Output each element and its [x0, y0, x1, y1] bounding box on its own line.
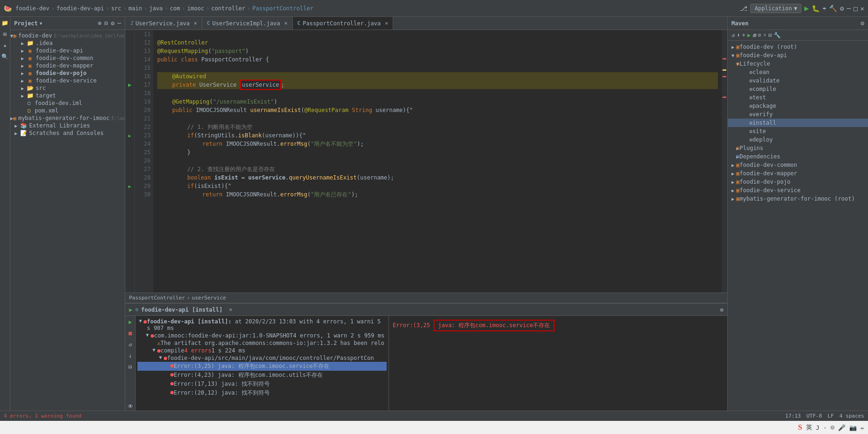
- tree-item-iml[interactable]: 🗋 foodie-dev.iml: [10, 99, 125, 107]
- tree-item-scratches[interactable]: ▶ 📝 Scratches and Consoles: [10, 129, 125, 137]
- toggle-icon[interactable]: ▼: [137, 318, 144, 323]
- tree-item-src[interactable]: ▶ 📂 src: [10, 84, 125, 92]
- maven-verify[interactable]: ⚙ verify: [728, 110, 868, 119]
- toggle-icon[interactable]: ▶: [19, 56, 26, 61]
- indent-indicator[interactable]: 4 spaces: [839, 413, 864, 419]
- run-button[interactable]: ▶: [804, 4, 809, 13]
- toggle-icon[interactable]: ▶: [12, 123, 20, 128]
- maven-foodie-dev-api[interactable]: ▼ ▣ foodie-dev-api: [728, 51, 868, 60]
- ime-draw[interactable]: ✏: [860, 424, 864, 431]
- tree-item-foodie-dev-common[interactable]: ▶ ▣ foodie-dev-common: [10, 54, 125, 62]
- maven-bolt-icon[interactable]: ⚡: [763, 32, 766, 38]
- tree-item-idea[interactable]: ▶ 📁 .idea: [10, 39, 125, 47]
- tree-item-foodie-dev-service[interactable]: ▶ ▣ foodie-dev-service: [10, 77, 125, 84]
- bc-passportcontroller[interactable]: PassportController: [129, 295, 185, 301]
- run-artifact-item[interactable]: ▼ ● com.imooc:foodie-dev-api:jar:1.0-SNA…: [137, 332, 387, 339]
- locate-icon[interactable]: ⊕: [98, 20, 102, 27]
- tab-close-icon[interactable]: ✕: [284, 20, 288, 26]
- gutter-29[interactable]: ▶: [125, 182, 134, 190]
- coverage-button[interactable]: ☂: [822, 5, 826, 12]
- run-error-2[interactable]: ● Error:(4,23) java: 程序包com.imooc.utils不…: [137, 371, 387, 380]
- maven-package[interactable]: ⚙ package: [728, 102, 868, 110]
- maven-mybatis-root[interactable]: ▶ ▣ mybatis-generator-for-imooc (root): [728, 195, 868, 203]
- settings-run-icon[interactable]: ⚙: [720, 307, 723, 313]
- expand-icon[interactable]: ▶: [730, 180, 736, 185]
- tab-userserviceimpl[interactable]: C UserServiceImpl.java ✕: [202, 17, 293, 30]
- error-marker-3[interactable]: [723, 97, 726, 98]
- toggle-icon[interactable]: ▶: [19, 78, 26, 83]
- tree-item-target[interactable]: ▶ 📁 target: [10, 92, 125, 99]
- run-error-3[interactable]: ● Error:(17,13) java: 找不到符号: [137, 380, 387, 389]
- project-dropdown-icon[interactable]: ▼: [40, 21, 42, 26]
- run-file-item[interactable]: ▼ ● foodie-dev-api/src/main/java/com/imo…: [137, 354, 387, 362]
- toggle-icon[interactable]: ▶: [19, 93, 26, 98]
- eye-icon[interactable]: 👁: [126, 402, 135, 411]
- vcs-icon[interactable]: ⎇: [740, 5, 747, 12]
- toggle-icon[interactable]: ▶: [19, 41, 26, 46]
- toggle-icon[interactable]: ▼: [151, 347, 157, 352]
- maven-foodie-dev-common[interactable]: ▶ ▣ foodie-dev-common: [728, 161, 868, 169]
- maven-plugins[interactable]: ▶ ⚙ Plugins: [728, 144, 868, 152]
- run-warn-item[interactable]: ⚠ The artifact org.apache.commons:common…: [137, 339, 387, 347]
- error-marker-2[interactable]: [723, 76, 726, 77]
- debug-button[interactable]: 🐛: [812, 5, 820, 12]
- collapse-all-icon[interactable]: ⊟: [105, 20, 108, 27]
- maven-foodie-dev-service[interactable]: ▶ ▣ foodie-dev-service: [728, 186, 868, 195]
- tree-item-external-libs[interactable]: ▶ 📚 External Libraries: [10, 122, 125, 129]
- expand-icon[interactable]: ▼: [730, 53, 736, 58]
- toggle-icon[interactable]: ▶: [19, 71, 26, 76]
- panel-close-icon[interactable]: ─: [117, 20, 121, 27]
- rerun-icon[interactable]: ↺: [126, 340, 135, 349]
- maven-foodie-dev-root[interactable]: ▶ ▣ foodie-dev (root): [728, 43, 868, 51]
- expand-icon[interactable]: ▶: [730, 163, 736, 168]
- maven-dependencies[interactable]: ▶ ⊞ Dependencies: [728, 152, 868, 161]
- ime-dot[interactable]: ·: [823, 424, 827, 431]
- maven-foodie-dev-pojo[interactable]: ▶ ▣ foodie-dev-pojo: [728, 178, 868, 186]
- line-sep-indicator[interactable]: LF: [828, 413, 834, 419]
- window-minimize[interactable]: ─: [847, 5, 851, 12]
- expand-icon[interactable]: ▶: [730, 45, 736, 50]
- bc-userservice[interactable]: userService: [192, 295, 226, 301]
- tree-item-foodie-dev-mapper[interactable]: ▶ ▣ foodie-dev-mapper: [10, 62, 125, 69]
- run-icon-side[interactable]: ▶: [126, 318, 135, 326]
- maven-compile[interactable]: ⚙ compile: [728, 85, 868, 93]
- ime-j[interactable]: J: [816, 424, 820, 431]
- window-restore[interactable]: □: [853, 5, 857, 12]
- maven-clean[interactable]: ⚙ clean: [728, 68, 868, 76]
- maven-test[interactable]: ⚙ test: [728, 93, 868, 102]
- error-marker-1[interactable]: [723, 58, 726, 60]
- tab-close-icon[interactable]: ✕: [385, 20, 388, 26]
- build-button[interactable]: 🔨: [829, 5, 837, 12]
- expand-icon[interactable]: ▶: [730, 196, 736, 202]
- maven-lifecycle[interactable]: ▼ ⚙ Lifecycle: [728, 60, 868, 68]
- maven-site[interactable]: ⚙ site: [728, 127, 868, 135]
- run-tab-close-icon[interactable]: ✕: [229, 307, 232, 313]
- ime-mic[interactable]: 🎤: [838, 424, 845, 431]
- encoding-indicator[interactable]: UTF-8: [807, 413, 822, 419]
- maven-m-icon[interactable]: m: [753, 32, 756, 38]
- filter-icon[interactable]: ⊟: [126, 363, 135, 371]
- maven-add-icon[interactable]: +: [742, 32, 745, 38]
- warn-marker-1[interactable]: [723, 69, 726, 71]
- maven-download-icon[interactable]: ⬇: [737, 32, 740, 38]
- maven-skip-icon[interactable]: ⊘: [758, 32, 761, 38]
- tree-item-foodie-dev-pojo[interactable]: ▶ ▣ foodie-dev-pojo: [10, 69, 125, 77]
- settings-button[interactable]: ⚙: [840, 5, 844, 12]
- window-close[interactable]: ✕: [860, 5, 864, 12]
- tab-close-icon[interactable]: ✕: [194, 20, 197, 26]
- run-root-item[interactable]: ▼ ● foodie-dev-api [install]: at 2020/2/…: [137, 318, 387, 332]
- tree-item-foodie-dev-api[interactable]: ▶ ▣ foodie-dev-api: [10, 47, 125, 54]
- ime-camera[interactable]: 📷: [849, 424, 857, 431]
- toggle-icon[interactable]: ▼: [144, 332, 151, 337]
- settings-icon[interactable]: ⚙: [111, 20, 114, 27]
- tab-passportcontroller[interactable]: C PassportController.java ✕: [293, 17, 393, 30]
- expand-icon[interactable]: ▶: [730, 154, 736, 159]
- tree-item-pom[interactable]: 🗋 pom.xml: [10, 107, 125, 114]
- toggle-icon[interactable]: ▶: [19, 63, 26, 68]
- maven-install[interactable]: ⚙ install: [728, 119, 868, 127]
- expand-icon[interactable]: ▼: [730, 61, 736, 67]
- toggle-icon[interactable]: ▶: [19, 48, 26, 53]
- run-error-1[interactable]: ● Error:(3,25) java: 程序包com.imooc.servic…: [137, 362, 387, 371]
- tree-item-mybatis[interactable]: ▶ ▣ mybatis-generator-for-imooc E:\workp…: [10, 114, 125, 122]
- maven-validate[interactable]: ⚙ validate: [728, 76, 868, 85]
